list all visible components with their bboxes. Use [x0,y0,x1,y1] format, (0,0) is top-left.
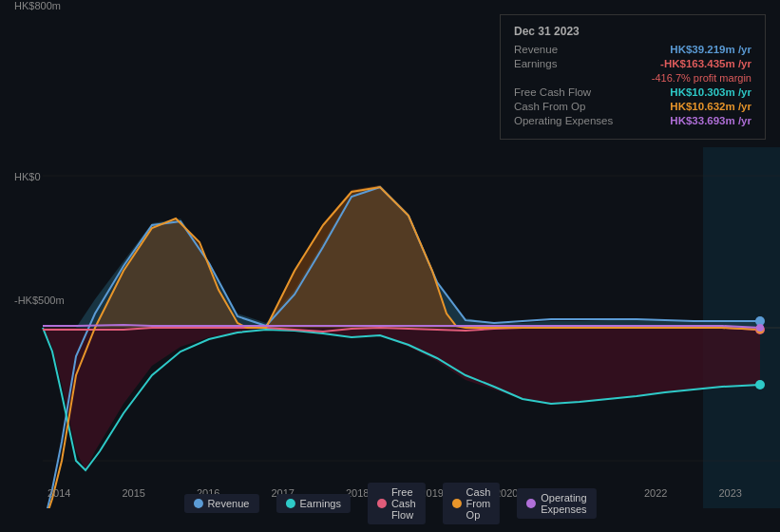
legend-earnings: Earnings [276,494,350,513]
earnings-label: Earnings [514,58,557,69]
opex-label: Operating Expenses [514,115,613,126]
legend-opex: Operating Expenses [517,488,596,519]
revenue-value: HK$39.219m /yr [670,44,751,55]
legend-label-revenue: Revenue [207,498,249,509]
info-box: Dec 31 2023 Revenue HK$39.219m /yr Earni… [500,14,766,140]
legend-dot-fcf [377,499,387,508]
x-label-2022: 2022 [644,487,667,499]
opex-endpoint [756,324,764,332]
cashfromop-fill [266,185,466,328]
cashfromop-label: Cash From Op [514,101,585,112]
earnings-row: Earnings -HK$163.435m /yr [514,58,751,69]
earnings-endpoint [755,380,765,390]
x-label-2014: 2014 [48,487,70,499]
legend-dot-revenue [193,499,202,508]
cashfromop-value: HK$10.632m /yr [670,101,751,112]
earnings-fill [43,328,760,470]
opex-value: HK$33.693m /yr [670,115,751,126]
fcf-label: Free Cash Flow [514,86,591,98]
fcf-row: Free Cash Flow HK$10.303m /yr [514,86,751,98]
legend-revenue: Revenue [183,494,258,513]
profit-margin-value: -416.7% profit margin [652,72,751,84]
date-header: Dec 31 2023 [514,25,751,38]
earnings-value: -HK$163.435m /yr [660,58,751,69]
legend-cashfromop: Cash From Op [443,483,501,524]
legend-label-cashfromop: Cash From Op [466,486,491,521]
legend-dot-cashfromop [452,499,462,508]
opex-row: Operating Expenses HK$33.693m /yr [514,115,751,126]
chart-svg [0,147,780,508]
x-label-2023: 2023 [719,487,742,499]
legend-dot-earnings [285,499,295,508]
legend-dot-opex [526,499,536,508]
legend-label-opex: Operating Expenses [541,492,586,515]
profit-margin-row: -416.7% profit margin [514,72,751,84]
legend-label-earnings: Earnings [299,498,340,509]
legend: Revenue Earnings Free Cash Flow Cash Fro… [183,483,596,524]
legend-fcf: Free Cash Flow [368,483,426,524]
legend-label-fcf: Free Cash Flow [391,486,416,521]
revenue-label: Revenue [514,44,558,55]
revenue-row: Revenue HK$39.219m /yr [514,44,751,55]
fcf-value: HK$10.303m /yr [670,86,751,98]
y-axis-top: HK$800m [14,0,61,11]
cashfromop-row: Cash From Op HK$10.632m /yr [514,101,751,112]
x-label-2015: 2015 [123,487,145,499]
